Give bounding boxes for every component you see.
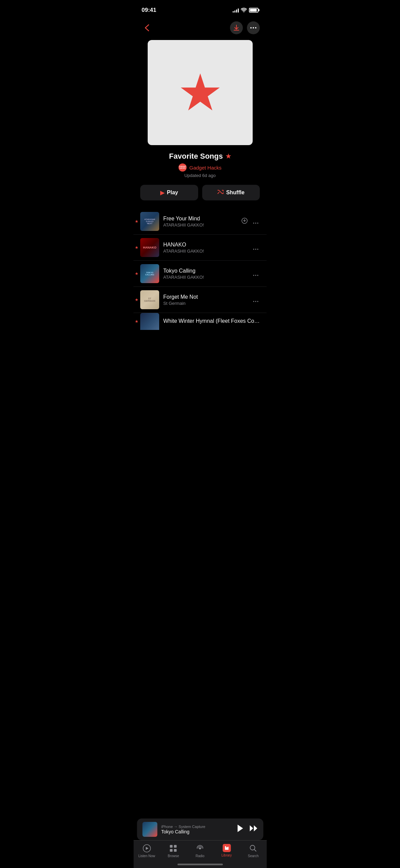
favorite-star-indicator: ★ xyxy=(135,219,139,224)
back-button[interactable] xyxy=(140,21,154,35)
nav-header xyxy=(133,18,267,40)
playlist-creator[interactable]: GADGETHACKS Gadget Hacks xyxy=(140,163,260,172)
svg-point-10 xyxy=(253,275,254,276)
nav-actions xyxy=(230,21,260,34)
creator-avatar: GADGETHACKS xyxy=(178,163,187,172)
list-item[interactable]: ★ STGERMAIN Forget Me Not St Germain xyxy=(133,287,267,313)
svg-point-2 xyxy=(255,27,256,28)
song-thumbnail: HANAKO xyxy=(140,238,159,257)
svg-point-11 xyxy=(255,275,256,276)
song-actions xyxy=(252,269,260,279)
action-buttons: ▶ Play Shuffle xyxy=(133,185,267,209)
status-bar: 09:41 xyxy=(133,0,267,18)
playlist-title: Favorite Songs ★ xyxy=(140,152,260,161)
status-icons xyxy=(233,7,258,13)
svg-point-8 xyxy=(255,249,256,250)
song-thumbnail: TOKYOCALLING xyxy=(140,264,159,283)
playlist-favorite-star: ★ xyxy=(226,153,231,160)
song-artist: ATARASHII GAKKO! xyxy=(163,249,248,254)
song-info: Free Your Mind ATARASHII GAKKO! xyxy=(163,216,237,228)
more-options-icon[interactable] xyxy=(252,242,260,253)
list-item[interactable]: ★ HANAKO HANAKO ATARASHII GAKKO! xyxy=(133,235,267,261)
song-info: White Winter Hymnal (Fleet Foxes Cover) xyxy=(163,318,260,325)
song-thumbnail: ATARASHIIGAKKONEXT xyxy=(140,212,159,231)
shuffle-button[interactable]: Shuffle xyxy=(202,185,260,200)
favorite-star-indicator: ★ xyxy=(135,319,139,324)
song-artist: ATARASHII GAKKO! xyxy=(163,222,237,228)
status-time: 09:41 xyxy=(142,7,156,14)
more-options-button[interactable] xyxy=(247,21,260,34)
shuffle-icon xyxy=(217,190,224,196)
more-options-icon[interactable] xyxy=(252,216,260,227)
song-actions xyxy=(241,216,260,227)
favorite-star-indicator: ★ xyxy=(135,245,139,250)
svg-point-12 xyxy=(257,275,258,276)
download-button[interactable] xyxy=(230,21,243,34)
wifi-icon xyxy=(241,7,247,13)
song-title: HANAKO xyxy=(163,242,248,248)
song-title: Free Your Mind xyxy=(163,216,237,222)
song-actions xyxy=(252,295,260,305)
svg-point-5 xyxy=(255,222,256,223)
svg-point-7 xyxy=(253,249,254,250)
song-info: Forget Me Not St Germain xyxy=(163,294,248,306)
favorite-star-indicator: ★ xyxy=(135,271,139,276)
album-art: ★ xyxy=(148,40,253,145)
svg-point-1 xyxy=(253,27,254,28)
battery-icon xyxy=(249,8,258,13)
svg-point-13 xyxy=(253,301,254,302)
svg-point-6 xyxy=(257,222,258,223)
song-title: Forget Me Not xyxy=(163,294,248,300)
song-artist: St Germain xyxy=(163,301,248,306)
song-thumbnail xyxy=(140,313,159,330)
song-info: Tokyo Calling ATARASHII GAKKO! xyxy=(163,268,248,280)
svg-point-14 xyxy=(255,301,256,302)
song-title: Tokyo Calling xyxy=(163,268,248,274)
svg-point-15 xyxy=(257,301,258,302)
creator-name: Gadget Hacks xyxy=(189,165,222,171)
list-item[interactable]: ★ White Winter Hymnal (Fleet Foxes Cover… xyxy=(133,313,267,330)
song-actions xyxy=(252,242,260,253)
playlist-star-art: ★ xyxy=(177,67,223,118)
album-art-container: ★ xyxy=(133,40,267,152)
download-icon[interactable] xyxy=(241,218,248,225)
more-options-icon[interactable] xyxy=(252,269,260,279)
favorite-star-indicator: ★ xyxy=(135,297,139,302)
play-button[interactable]: ▶ Play xyxy=(140,185,198,200)
svg-point-0 xyxy=(250,27,252,28)
song-info: HANAKO ATARASHII GAKKO! xyxy=(163,242,248,254)
svg-point-4 xyxy=(253,222,254,223)
song-thumbnail: STGERMAIN xyxy=(140,290,159,309)
song-list: ★ ATARASHIIGAKKONEXT Free Your Mind ATAR… xyxy=(133,209,267,330)
signal-icon xyxy=(233,8,239,13)
svg-point-9 xyxy=(257,249,258,250)
playlist-info: Favorite Songs ★ GADGETHACKS Gadget Hack… xyxy=(133,152,267,185)
song-artist: ATARASHII GAKKO! xyxy=(163,275,248,280)
play-icon: ▶ xyxy=(160,190,164,196)
list-item[interactable]: ★ ATARASHIIGAKKONEXT Free Your Mind ATAR… xyxy=(133,209,267,235)
list-item[interactable]: ★ TOKYOCALLING Tokyo Calling ATARASHII G… xyxy=(133,261,267,287)
song-title: White Winter Hymnal (Fleet Foxes Cover) xyxy=(163,318,260,324)
more-options-icon[interactable] xyxy=(252,295,260,305)
updated-text: Updated 6d ago xyxy=(140,173,260,178)
